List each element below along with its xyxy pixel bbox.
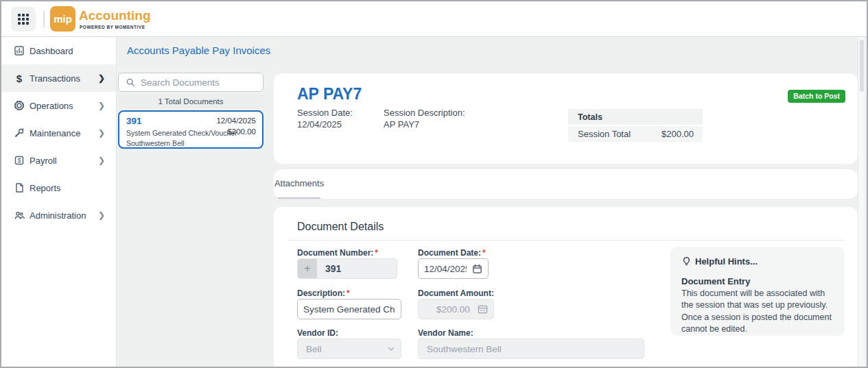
dashboard-icon xyxy=(14,45,25,56)
label-text: Vendor ID: xyxy=(297,328,338,338)
sidebar-item-operations[interactable]: Operations ❯ xyxy=(1,92,116,119)
helpful-hints-box: Helpful Hints... Document Entry This doc… xyxy=(670,247,845,336)
tab-attachments[interactable]: Attachments xyxy=(278,169,320,199)
sidebar-item-label: Transactions xyxy=(30,73,80,84)
sidebar-item-label: Maintenance xyxy=(30,128,80,138)
gear-icon xyxy=(14,100,25,111)
document-number-label: Document Number:* xyxy=(297,248,378,258)
chevron-right-icon: ❯ xyxy=(98,156,105,165)
vendor-id-label: Vendor ID: xyxy=(297,328,338,338)
topbar-divider xyxy=(43,11,45,27)
document-number-value: 391 xyxy=(325,263,341,274)
document-number-field: + 391 xyxy=(297,258,397,279)
session-date-label: Session Date: xyxy=(297,108,353,118)
app-window: mip Accounting POWERED BY MOMENTIVE Dash… xyxy=(0,0,868,368)
label-text: Document Amount: xyxy=(418,289,494,298)
page-title: Accounts Payable Pay Invoices xyxy=(127,45,270,56)
label-text: Document Number: xyxy=(297,248,373,258)
hints-body: This document will be associated with th… xyxy=(681,288,835,335)
transactions-dollar-icon: $ xyxy=(14,73,25,84)
app-launcher-button[interactable] xyxy=(11,7,36,32)
top-bar: mip Accounting POWERED BY MOMENTIVE xyxy=(1,1,867,37)
lightbulb-icon xyxy=(681,256,692,267)
wrench-icon xyxy=(14,127,25,138)
sidebar-item-transactions[interactable]: $ Transactions ❯ xyxy=(1,64,116,92)
vertical-scrollbar-thumb[interactable] xyxy=(860,40,864,92)
payroll-icon: $ xyxy=(14,155,25,166)
label-text: Document Date: xyxy=(418,248,481,258)
sidebar-item-label: Operations xyxy=(30,101,73,111)
session-total-value: $200.00 xyxy=(661,129,694,139)
sidebar-nav: Dashboard $ Transactions ❯ Operations ❯ … xyxy=(1,37,117,368)
document-vendor: Southwestern Bell xyxy=(126,139,185,147)
session-summary-card: AP PAY7 Session Date: 12/04/2025 Session… xyxy=(274,73,858,164)
search-icon xyxy=(126,77,135,87)
session-description-value: AP PAY7 xyxy=(384,119,419,130)
totals-row: Session Total $200.00 xyxy=(568,126,703,142)
batch-to-post-button[interactable]: Batch to Post xyxy=(788,90,845,103)
document-list-item-selected[interactable]: 391 12/04/2025 System Generated Check/Vo… xyxy=(118,110,263,149)
document-amount-label: Document Amount: xyxy=(418,289,494,298)
search-documents-box xyxy=(118,73,263,92)
calculator-icon xyxy=(478,304,488,315)
calendar-icon[interactable] xyxy=(472,264,482,274)
mip-logo: mip xyxy=(50,6,75,32)
app-name: Accounting xyxy=(79,8,151,23)
search-input[interactable] xyxy=(141,77,263,88)
sidebar-item-dashboard[interactable]: Dashboard xyxy=(1,37,116,64)
totals-header: Totals xyxy=(568,109,703,125)
document-icon xyxy=(14,182,25,193)
required-asterisk: * xyxy=(482,248,486,258)
vertical-scrollbar-track[interactable] xyxy=(858,37,865,368)
chevron-right-icon: ❯ xyxy=(98,101,105,110)
plus-icon: + xyxy=(298,259,317,278)
description-label: Description:* xyxy=(297,289,350,298)
vendor-id-value: Bell xyxy=(306,344,322,354)
document-amount: $200.00 xyxy=(227,127,256,136)
session-title: AP PAY7 xyxy=(297,85,362,103)
hints-subtitle: Document Entry xyxy=(681,276,834,286)
session-description-label: Session Description: xyxy=(384,108,465,118)
required-asterisk: * xyxy=(347,289,350,298)
label-text: Vendor Name: xyxy=(418,328,473,338)
document-date-input[interactable] xyxy=(419,264,472,274)
description-input[interactable] xyxy=(298,304,401,315)
document-amount-value: $200.00 xyxy=(436,304,470,315)
chevron-right-icon: ❯ xyxy=(98,210,105,220)
document-amount-field: $200.00 xyxy=(418,299,494,319)
document-details-heading: Document Details xyxy=(297,221,384,233)
svg-text:$: $ xyxy=(18,157,21,164)
people-icon xyxy=(14,210,25,221)
sidebar-item-label: Dashboard xyxy=(30,46,73,56)
vendor-id-select: Bell xyxy=(297,339,401,359)
sidebar-item-reports[interactable]: Reports xyxy=(1,174,116,201)
label-text: Description: xyxy=(297,289,345,298)
required-asterisk: * xyxy=(375,248,378,258)
description-field xyxy=(297,299,401,319)
session-date-value: 12/04/2025 xyxy=(297,119,342,130)
vendor-name-label: Vendor Name: xyxy=(418,328,473,338)
total-documents-label: 1 Total Documents xyxy=(118,95,263,108)
sidebar-item-administration[interactable]: Administration ❯ xyxy=(1,201,116,229)
document-date: 12/04/2025 xyxy=(216,116,256,125)
vendor-name-field: Southwestern Bell xyxy=(418,339,644,359)
vendor-name-value: Southwestern Bell xyxy=(427,344,502,354)
session-total-label: Session Total xyxy=(578,129,631,139)
chevron-right-icon: ❯ xyxy=(98,128,105,138)
document-number: 391 xyxy=(126,116,142,126)
totals-table: Totals Session Total $200.00 xyxy=(568,109,703,142)
attachments-card: Attachments xyxy=(274,169,858,199)
document-date-field xyxy=(418,258,489,279)
brand-tagline: POWERED BY MOMENTIVE xyxy=(80,25,145,29)
section-divider xyxy=(288,240,844,241)
helpful-hints-title: Helpful Hints... xyxy=(681,256,834,267)
hints-title-text: Helpful Hints... xyxy=(695,256,758,267)
sidebar-item-label: Payroll xyxy=(30,156,57,166)
apps-grid-icon xyxy=(18,14,29,25)
document-description: System Generated Check/Voucher xyxy=(126,129,237,137)
sidebar-item-maintenance[interactable]: Maintenance ❯ xyxy=(1,119,116,147)
document-details-card: Document Details Document Number:* + 391… xyxy=(274,207,858,368)
sidebar-item-label: Reports xyxy=(30,183,61,193)
chevron-right-icon: ❯ xyxy=(98,73,105,83)
sidebar-item-payroll[interactable]: $ Payroll ❯ xyxy=(1,147,116,174)
